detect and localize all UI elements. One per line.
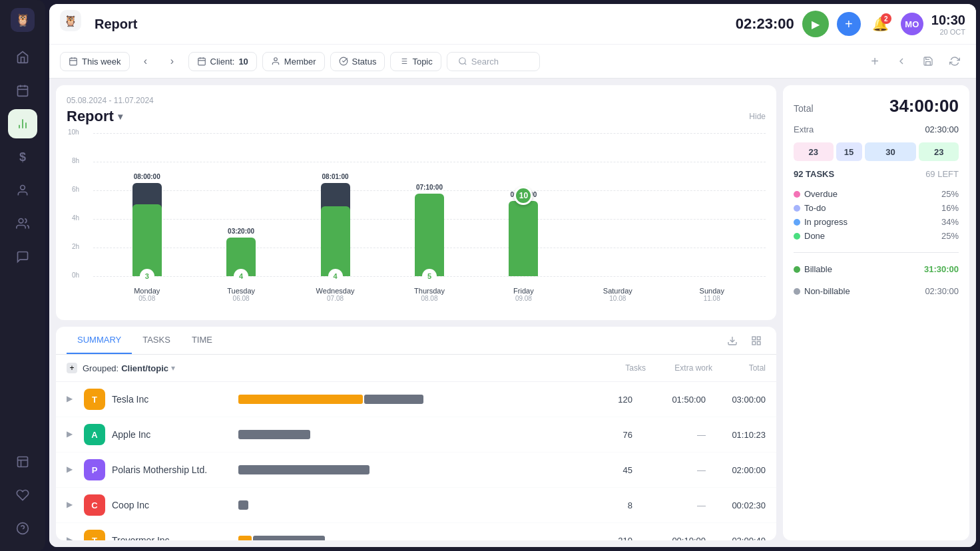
- coop-bar-gray: [238, 500, 248, 510]
- sidebar-item-billing[interactable]: $: [8, 142, 37, 172]
- chart-dropdown-icon[interactable]: ▾: [118, 111, 122, 122]
- stats-total-row: Total 34:00:00: [794, 96, 959, 116]
- sidebar-item-messages[interactable]: [8, 242, 37, 272]
- task-seg-todo: 15: [836, 142, 862, 161]
- tab-summary[interactable]: SUMMARY: [67, 327, 132, 354]
- sidebar-item-favorites[interactable]: [8, 480, 37, 510]
- refresh-icon-button[interactable]: [944, 51, 965, 72]
- done-dot: [794, 233, 800, 240]
- sidebar-item-team[interactable]: [8, 209, 37, 238]
- wednesday-bar-green: 4: [321, 206, 350, 276]
- save-icon-button[interactable]: [917, 51, 939, 72]
- nonbillable-dot: [794, 288, 800, 295]
- friday-bar: 10: [509, 201, 538, 276]
- expand-trevormer[interactable]: ▶: [67, 535, 77, 540]
- avatar[interactable]: MO: [901, 13, 923, 35]
- expand-apple[interactable]: ▶: [67, 429, 77, 440]
- status-items: Overdue 25% To-do 16% In progress: [794, 187, 959, 243]
- inprogress-dot: [794, 219, 800, 226]
- svg-line-28: [464, 63, 466, 65]
- sidebar-item-tasks[interactable]: [8, 447, 37, 476]
- tesla-extra: 01:50:00: [639, 395, 706, 405]
- member-button[interactable]: Member: [262, 52, 325, 71]
- status-overdue: Overdue 25%: [794, 187, 959, 201]
- trevormer-bar-orange: [238, 536, 252, 540]
- divider: [794, 252, 959, 253]
- stats-extra-row: Extra 02:30:00: [794, 124, 959, 134]
- chart-title: Report ▾: [67, 108, 122, 125]
- next-week-button[interactable]: ›: [162, 51, 183, 72]
- friday-dot: 10: [514, 186, 533, 205]
- bar-wednesday: 08:01:00 4: [288, 173, 382, 276]
- client-label: Client:: [210, 57, 235, 67]
- monday-bar-dark: 3: [132, 183, 162, 276]
- coop-bar: [238, 500, 566, 510]
- polaris-name: Polaris Mothership Ltd.: [112, 464, 232, 475]
- expand-coop[interactable]: ▶: [67, 500, 77, 510]
- task-bars: 23 15 30 23: [794, 142, 959, 161]
- status-label: Status: [352, 57, 377, 67]
- content-area: 05.08.2024 - 11.07.2024 Report ▾ Hide 10…: [49, 79, 976, 547]
- sidebar-item-reports[interactable]: [8, 109, 37, 138]
- topic-label: Topic: [412, 57, 432, 67]
- tab-tasks[interactable]: TASKS: [132, 327, 181, 354]
- play-button[interactable]: ▶: [802, 11, 829, 37]
- sidebar-item-calendar[interactable]: [8, 76, 37, 105]
- table-body: ▶ T Tesla Inc 120 01:50:00 03:00:00 ▶: [56, 382, 776, 540]
- sunday-time: -: [711, 265, 713, 272]
- this-week-label: This week: [82, 57, 121, 67]
- hide-button[interactable]: Hide: [749, 112, 766, 121]
- tasks-summary-row: 92 TASKS 69 LEFT: [794, 169, 959, 179]
- grid-view-button[interactable]: [747, 331, 766, 350]
- topic-button[interactable]: Topic: [390, 52, 441, 71]
- bar-chart: 10h 8h 6h 4h 2h 0h 08:00:00: [67, 133, 766, 309]
- back-icon-button[interactable]: [891, 51, 912, 72]
- tab-time[interactable]: TIME: [181, 327, 223, 354]
- nonbillable-row: Non-billable 02:30:00: [794, 284, 959, 298]
- client-button[interactable]: Client: 10: [188, 52, 257, 71]
- tuesday-bar: 4: [226, 238, 256, 276]
- this-week-button[interactable]: This week: [60, 52, 130, 71]
- saturday-bar: [603, 275, 632, 276]
- svg-point-27: [459, 58, 465, 64]
- client-count: 10: [238, 57, 248, 67]
- table-row: ▶ A Apple Inc 76 — 01:10:23: [56, 417, 776, 453]
- bars-container: 08:00:00 3 03:20:00 4: [93, 133, 766, 276]
- day-labels: Monday 05.08 Tuesday 06.08 Wednesday 07.…: [93, 277, 766, 309]
- bar-thursday: 07:10:00 5: [382, 184, 476, 276]
- status-button[interactable]: Status: [330, 52, 385, 71]
- notification-button[interactable]: 🔔 2: [869, 12, 893, 36]
- saturday-label: Saturday: [571, 287, 664, 295]
- expand-tesla[interactable]: ▶: [67, 394, 77, 405]
- sidebar-item-help[interactable]: [8, 514, 37, 543]
- saturday-date: 10.08: [571, 295, 664, 302]
- thursday-date: 08.08: [382, 295, 476, 302]
- svg-rect-31: [757, 337, 760, 340]
- tuesday-label: Tuesday: [194, 287, 288, 295]
- bar-saturday: -: [571, 265, 664, 276]
- group-dropdown[interactable]: ▾: [171, 363, 175, 373]
- search-button[interactable]: Search: [447, 52, 540, 71]
- svg-rect-32: [757, 341, 760, 345]
- sidebar-item-home[interactable]: [8, 43, 37, 72]
- header: 🦉 Report 02:23:00 ▶ + 🔔 2 MO 10:30 20 OC…: [49, 4, 976, 44]
- add-icon-button[interactable]: +: [864, 51, 885, 72]
- tesla-bar-gray: [364, 395, 423, 404]
- grid-label-6h: 6h: [72, 186, 79, 193]
- sunday-label: Sunday: [665, 287, 759, 295]
- toolbar: This week ‹ › Client: 10 Member Status T…: [49, 44, 976, 79]
- thursday-label: Thursday: [382, 287, 476, 295]
- trevormer-tasks: 210: [573, 536, 632, 541]
- download-button[interactable]: [723, 331, 742, 350]
- expand-polaris[interactable]: ▶: [67, 464, 77, 475]
- extra-label: Extra: [794, 124, 814, 134]
- header-time: 10:30: [931, 13, 965, 28]
- tuesday-date: 06.08: [194, 295, 288, 302]
- sidebar-item-clients[interactable]: [8, 176, 37, 205]
- add-button[interactable]: +: [837, 12, 861, 36]
- day-friday: Friday 09.08: [477, 287, 571, 302]
- grid-label-2h: 2h: [72, 243, 79, 250]
- stats-panel: Total 34:00:00 Extra 02:30:00 23 15 30 2…: [783, 85, 969, 540]
- add-group-button[interactable]: +: [67, 363, 77, 373]
- prev-week-button[interactable]: ‹: [135, 51, 156, 72]
